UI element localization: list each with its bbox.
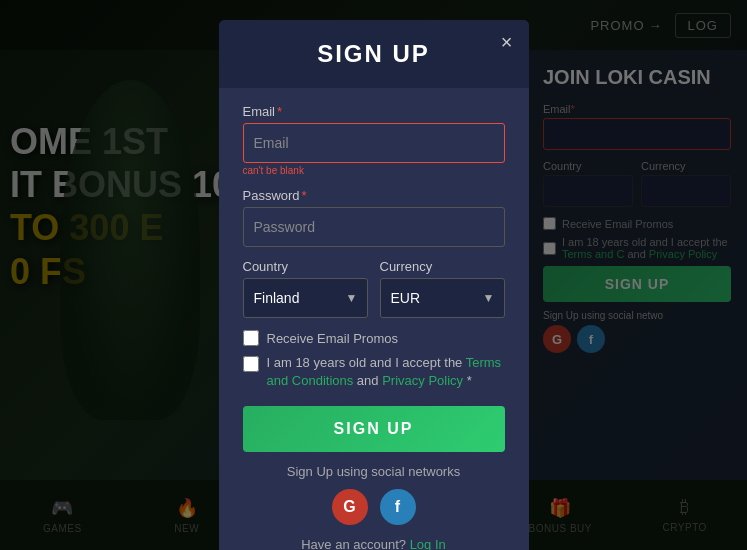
login-link[interactable]: Log In (410, 537, 446, 550)
facebook-signup-button[interactable]: f (380, 489, 416, 525)
email-error: can't be blank (243, 165, 505, 176)
email-input[interactable] (243, 123, 505, 163)
currency-field-group: Currency EUR ▼ (380, 259, 505, 318)
country-field-group: Country Finland ▼ (243, 259, 368, 318)
social-label: Sign Up using social networks (243, 464, 505, 479)
email-field-group: Email* can't be blank (243, 104, 505, 176)
have-account-text: Have an account? Log In (243, 537, 505, 550)
country-currency-row: Country Finland ▼ Currency EUR ▼ (243, 259, 505, 330)
modal-title: SIGN UP (239, 40, 509, 68)
country-select[interactable]: Finland (243, 278, 368, 318)
receive-promos-checkbox[interactable] (243, 330, 259, 346)
terms-row: I am 18 years old and I accept the Terms… (243, 354, 505, 390)
email-label: Email* (243, 104, 505, 119)
password-label: Password* (243, 188, 505, 203)
receive-promos-label: Receive Email Promos (267, 331, 399, 346)
modal-header: SIGN UP × (219, 20, 529, 88)
country-select-wrapper: Finland ▼ (243, 278, 368, 318)
modal-body: Email* can't be blank Password* Country … (219, 88, 529, 550)
receive-promos-row: Receive Email Promos (243, 330, 505, 346)
password-field-group: Password* (243, 188, 505, 247)
terms-text: I am 18 years old and I accept the Terms… (267, 354, 505, 390)
terms-checkbox[interactable] (243, 356, 259, 372)
password-input[interactable] (243, 207, 505, 247)
social-section: Sign Up using social networks G f Have a… (243, 464, 505, 550)
currency-select[interactable]: EUR (380, 278, 505, 318)
close-button[interactable]: × (501, 32, 513, 52)
signup-modal: SIGN UP × Email* can't be blank Password… (219, 20, 529, 550)
signup-button[interactable]: SIGN UP (243, 406, 505, 452)
google-signup-button[interactable]: G (332, 489, 368, 525)
currency-select-wrapper: EUR ▼ (380, 278, 505, 318)
country-label: Country (243, 259, 368, 274)
social-icons: G f (243, 489, 505, 525)
currency-label: Currency (380, 259, 505, 274)
privacy-link[interactable]: Privacy Policy (382, 373, 463, 388)
